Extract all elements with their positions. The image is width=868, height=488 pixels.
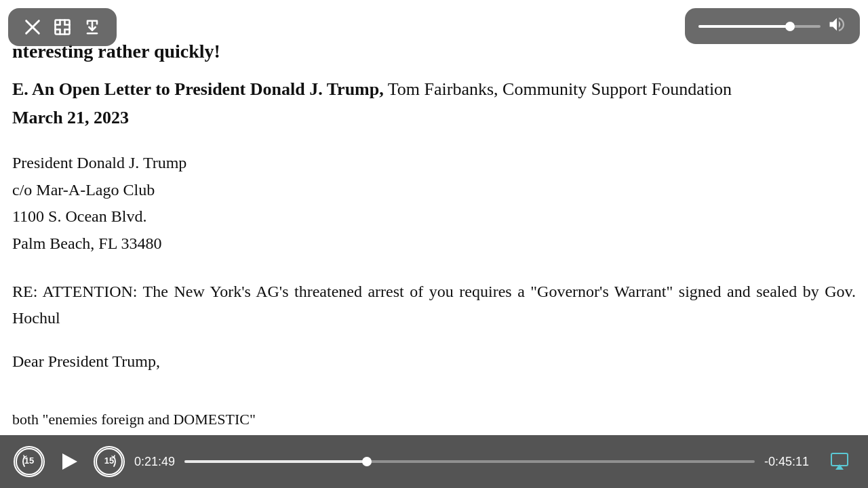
skip-back-button[interactable]: 15 xyxy=(14,446,45,477)
svg-marker-15 xyxy=(62,453,77,470)
volume-slider-container[interactable] xyxy=(698,15,846,37)
progress-thumb[interactable] xyxy=(362,457,372,466)
playback-bar: 15 15 0:21:49 -0:45:11 xyxy=(0,435,868,488)
crop-icon xyxy=(53,18,72,37)
airplay-button[interactable] xyxy=(825,447,854,476)
volume-fill xyxy=(698,25,790,28)
address-line-1: President Donald J. Trump xyxy=(12,150,856,177)
airplay-icon xyxy=(829,451,850,472)
skip-forward-button[interactable]: 15 xyxy=(94,446,125,477)
bottom-partial-text: both "enemies foreign and DOMESTIC" xyxy=(12,411,856,428)
volume-control-panel xyxy=(685,8,860,44)
re-block: RE: ATTENTION: The New York's AG's threa… xyxy=(12,279,856,331)
address-line-3: 1100 S. Ocean Blvd. xyxy=(12,203,856,230)
address-line-4: Palm Beach, FL 33480 xyxy=(12,230,856,258)
letter-heading-normal: Tom Fairbanks, Community Support Foundat… xyxy=(384,79,732,99)
volume-track[interactable] xyxy=(698,25,821,28)
address-line-2: c/o Mar-A-Lago Club xyxy=(12,177,856,204)
volume-thumb[interactable] xyxy=(785,22,795,31)
play-button[interactable] xyxy=(54,447,84,476)
close-button[interactable] xyxy=(20,15,45,39)
progress-track[interactable] xyxy=(184,460,755,463)
salutation: Dear President Trump, xyxy=(12,352,856,371)
top-left-toolbar xyxy=(8,8,117,46)
skip-back-icon: 15 xyxy=(15,447,43,476)
play-icon xyxy=(57,449,81,474)
letter-heading-bold: E. An Open Letter to President Donald J.… xyxy=(12,79,384,99)
download-button[interactable] xyxy=(80,15,104,39)
progress-fill xyxy=(184,460,367,463)
crop-button[interactable] xyxy=(50,15,75,39)
svg-rect-2 xyxy=(56,20,70,35)
letter-date: March 21, 2023 xyxy=(12,108,856,128)
letter-heading: E. An Open Letter to President Donald J.… xyxy=(12,76,856,102)
volume-icon xyxy=(827,15,846,37)
svg-rect-18 xyxy=(831,453,848,466)
skip-forward-icon: 15 xyxy=(95,447,123,476)
remaining-time: -0:45:11 xyxy=(764,455,815,469)
close-icon xyxy=(23,18,42,37)
current-time: 0:21:49 xyxy=(134,455,175,469)
download-icon xyxy=(83,18,102,37)
document-content: nteresting rather quickly! E. An Open Le… xyxy=(0,0,868,434)
address-block: President Donald J. Trump c/o Mar-A-Lago… xyxy=(12,150,856,257)
speaker-icon xyxy=(827,15,846,34)
